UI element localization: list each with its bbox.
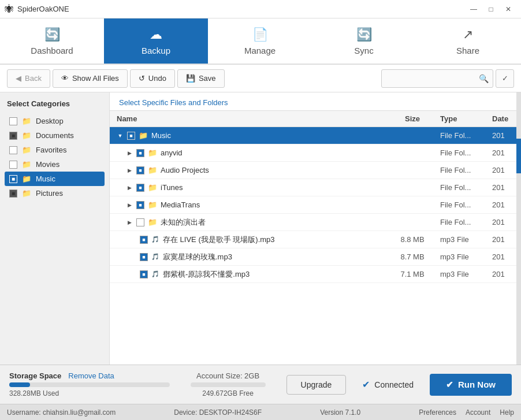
table-row[interactable]: ▶ ■ 📁 MediaTrans File Fol... 201 [110, 196, 516, 214]
undo-button[interactable]: ↺ Undo [130, 69, 175, 88]
favorites-checkbox[interactable] [9, 146, 17, 154]
expand-icon[interactable]: ▶ [126, 184, 133, 191]
documents-checkbox[interactable]: ■ [9, 132, 17, 140]
tab-dashboard[interactable]: 🔄 Dashboard [0, 18, 104, 64]
back-label: Back [25, 74, 42, 83]
sidebar-item-pictures[interactable]: ■ 📁 Pictures [5, 186, 105, 200]
tab-manage-label: Manage [244, 46, 276, 55]
sidebar-item-music[interactable]: ■ 📁 Music [5, 172, 105, 186]
run-now-label: Run Now [458, 380, 496, 389]
tab-sync[interactable]: 🔄 Sync [312, 18, 416, 64]
save-button[interactable]: 💾 Save [177, 69, 225, 88]
audio-checkbox[interactable]: ■ [136, 166, 144, 174]
app-title: SpiderOakONE [17, 5, 69, 13]
unknown-checkbox[interactable] [136, 218, 144, 226]
column-size: Size [389, 111, 436, 127]
row-type: File Fol... [436, 128, 487, 143]
column-name: Name [110, 111, 389, 127]
scrollbar[interactable] [516, 92, 521, 365]
folder-icon: 📁 [148, 218, 157, 226]
table-row[interactable]: ▶ ■ 📁 iTunes File Fol... 201 [110, 179, 516, 196]
music-row-checkbox[interactable]: ■ [127, 132, 135, 140]
run-now-button[interactable]: ✔ Run Now [430, 374, 512, 396]
sidebar-item-movies[interactable]: 📁 Movies [5, 157, 105, 172]
desktop-checkbox[interactable] [9, 117, 17, 125]
dashboard-icon: 🔄 [44, 27, 60, 42]
row-type: File Fol... [436, 198, 487, 212]
tab-sync-label: Sync [354, 46, 373, 55]
bottom-bar: Storage Space Remove Data 328.28MB Used … [0, 365, 521, 420]
mp3-1-checkbox[interactable]: ■ [140, 236, 148, 244]
table-row[interactable]: ■ 🎵 鄧紫棋-原諒我不懂愛.mp3 7.1 MB mp3 File 201 [110, 266, 516, 283]
toolbar-check-button[interactable]: ✓ [496, 69, 514, 88]
expand-icon[interactable]: ▶ [126, 150, 133, 157]
tab-backup[interactable]: ☁ Backup [104, 18, 208, 64]
table-row[interactable]: ■ 🎵 寂寞星球的玫瑰.mp3 8.7 MB mp3 File 201 [110, 248, 516, 266]
scroll-thumb[interactable] [516, 139, 521, 173]
mp3-2-checkbox[interactable]: ■ [140, 253, 148, 261]
expand-icon[interactable]: ▼ [117, 132, 124, 139]
mp3-3-checkbox[interactable]: ■ [140, 270, 148, 278]
help-link[interactable]: Help [500, 408, 514, 417]
sidebar-item-favorites[interactable]: 📁 Favorites [5, 143, 105, 157]
table-row[interactable]: ▶ ■ 📁 anyvid File Fol... 201 [110, 144, 516, 162]
row-size: 8.8 MB [389, 232, 436, 247]
close-button[interactable]: ✕ [500, 2, 516, 16]
search-input[interactable] [382, 74, 474, 83]
movies-checkbox[interactable] [9, 161, 17, 169]
row-size [389, 220, 436, 225]
expand-icon[interactable]: ▶ [126, 219, 133, 226]
row-label: iTunes [161, 183, 183, 192]
account-size-label: Account Size: 2GB [196, 371, 259, 380]
account-link[interactable]: Account [466, 408, 490, 417]
connected-label: Connected [374, 380, 414, 389]
minimize-button[interactable]: — [466, 2, 482, 16]
favorites-folder-icon: 📁 [22, 146, 31, 154]
save-icon: 💾 [186, 74, 195, 83]
row-date: 201 [487, 128, 516, 143]
table-row[interactable]: ■ 🎵 存在 LIVE (我是歌手 現場版).mp3 8.8 MB mp3 Fi… [110, 231, 516, 248]
tab-backup-label: Backup [142, 46, 170, 55]
show-all-files-button[interactable]: 👁 Show All Files [53, 69, 128, 88]
folder-icon: 📁 [148, 166, 157, 174]
documents-folder-icon: 📁 [22, 131, 31, 140]
row-name-audio-projects: ▶ ■ 📁 Audio Projects [110, 163, 389, 177]
upgrade-button[interactable]: Upgrade [286, 375, 347, 395]
search-button[interactable]: 🔍 [474, 70, 493, 87]
table-row[interactable]: ▶ ■ 📁 Audio Projects File Fol... 201 [110, 162, 516, 179]
sidebar-item-documents[interactable]: ■ 📁 Documents [5, 128, 105, 143]
search-box: 🔍 [381, 69, 493, 88]
mediatrans-checkbox[interactable]: ■ [136, 201, 144, 209]
back-button[interactable]: ◀ Back [7, 69, 50, 88]
undo-icon: ↺ [139, 74, 145, 83]
itunes-checkbox[interactable]: ■ [136, 184, 144, 192]
storage-used-label: 328.28MB Used [9, 389, 170, 397]
table-row[interactable]: ▼ ■ 📁 Music File Fol... 201 [110, 127, 516, 144]
footer-username: Username: chiahsin.liu@gmail.com [7, 408, 116, 417]
remove-data-link[interactable]: Remove Data [68, 371, 114, 380]
sync-icon: 🔄 [356, 27, 372, 42]
expand-icon[interactable]: ▶ [126, 167, 133, 174]
connected-section: ✔ Connected [355, 379, 420, 390]
maximize-button[interactable]: □ [483, 2, 499, 16]
anyvid-checkbox[interactable]: ■ [136, 149, 144, 157]
expand-icon[interactable]: ▶ [126, 202, 133, 209]
bottom-main: Storage Space Remove Data 328.28MB Used … [0, 365, 521, 404]
row-size [389, 185, 436, 191]
tab-manage[interactable]: 📄 Manage [208, 18, 312, 64]
show-all-files-label: Show All Files [72, 74, 119, 83]
sidebar-item-label-documents: Documents [36, 131, 74, 140]
title-bar-controls: — □ ✕ [466, 2, 516, 16]
row-date: 201 [487, 215, 516, 229]
preferences-link[interactable]: Preferences [419, 408, 456, 417]
connected-icon: ✔ [362, 379, 370, 390]
table-row[interactable]: ▶ 📁 未知的演出者 File Fol... 201 [110, 214, 516, 231]
music-checkbox[interactable]: ■ [9, 175, 17, 183]
main-content: Select Categories 📁 Desktop ■ 📁 Document… [0, 92, 521, 365]
row-size [389, 202, 436, 208]
pictures-checkbox[interactable]: ■ [9, 189, 17, 198]
title-bar: 🕷 SpiderOakONE — □ ✕ [0, 0, 521, 18]
sidebar-item-desktop[interactable]: 📁 Desktop [5, 114, 105, 128]
tab-share[interactable]: ↗ Share [416, 18, 520, 64]
row-date: 201 [487, 267, 516, 281]
